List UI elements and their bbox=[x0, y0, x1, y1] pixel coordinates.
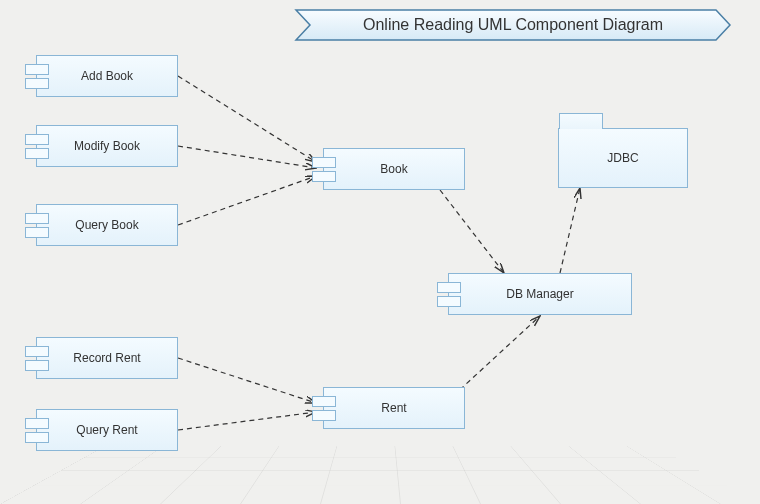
component-lug bbox=[437, 296, 461, 307]
diagram-title: Online Reading UML Component Diagram bbox=[296, 10, 730, 40]
component-query-rent: Query Rent bbox=[36, 409, 178, 451]
component-db-manager: DB Manager bbox=[448, 273, 632, 315]
diagram-title-text: Online Reading UML Component Diagram bbox=[363, 16, 663, 34]
svg-line-1 bbox=[178, 76, 316, 162]
component-lug bbox=[25, 360, 49, 371]
component-record-rent: Record Rent bbox=[36, 337, 178, 379]
component-lug bbox=[312, 396, 336, 407]
component-label: Record Rent bbox=[73, 351, 140, 365]
component-lug bbox=[25, 346, 49, 357]
component-label: DB Manager bbox=[506, 287, 573, 301]
component-lug bbox=[25, 213, 49, 224]
component-lug bbox=[25, 432, 49, 443]
component-lug bbox=[25, 148, 49, 159]
component-lug bbox=[25, 78, 49, 89]
component-label: Query Book bbox=[75, 218, 138, 232]
svg-line-3 bbox=[178, 176, 316, 225]
svg-line-4 bbox=[178, 358, 316, 403]
component-lug bbox=[437, 282, 461, 293]
component-lug bbox=[25, 227, 49, 238]
svg-line-6 bbox=[440, 190, 504, 273]
component-lug bbox=[312, 171, 336, 182]
component-rent: Rent bbox=[323, 387, 465, 429]
component-label: Add Book bbox=[81, 69, 133, 83]
component-lug bbox=[25, 134, 49, 145]
folder-tab bbox=[559, 113, 603, 129]
component-book: Book bbox=[323, 148, 465, 190]
component-lug bbox=[25, 64, 49, 75]
svg-line-5 bbox=[178, 412, 316, 430]
component-lug bbox=[312, 410, 336, 421]
component-lug bbox=[25, 418, 49, 429]
component-add-book: Add Book bbox=[36, 55, 178, 97]
perspective-grid bbox=[0, 446, 760, 504]
component-label: Book bbox=[380, 162, 407, 176]
component-label: Query Rent bbox=[76, 423, 137, 437]
svg-line-8 bbox=[560, 188, 580, 273]
component-label: Modify Book bbox=[74, 139, 140, 153]
component-label: Rent bbox=[381, 401, 406, 415]
component-query-book: Query Book bbox=[36, 204, 178, 246]
package-jdbc: JDBC bbox=[558, 128, 688, 188]
component-lug bbox=[312, 157, 336, 168]
package-label: JDBC bbox=[607, 151, 638, 165]
svg-line-2 bbox=[178, 146, 316, 168]
component-modify-book: Modify Book bbox=[36, 125, 178, 167]
